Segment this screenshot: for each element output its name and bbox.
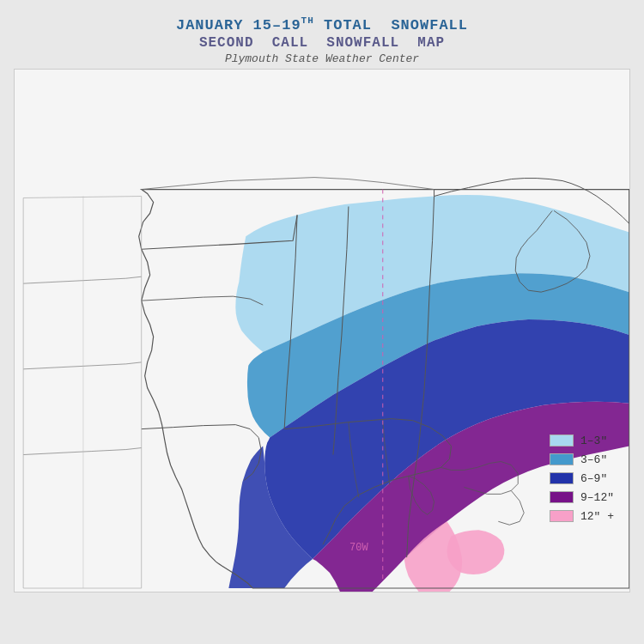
legend-swatch-3-6 — [550, 453, 574, 465]
legend-swatch-9-12 — [550, 491, 574, 503]
page-container: JANUARY 15–19TH TOTAL SNOWFALL SECOND CA… — [0, 0, 644, 644]
legend-swatch-1-3 — [550, 434, 574, 447]
legend-label-12plus: 12″ + — [580, 510, 614, 523]
legend-swatch-6-9 — [550, 472, 574, 484]
meridian-label: 70W — [349, 542, 368, 554]
legend-swatch-12plus — [550, 510, 574, 522]
superscript: TH — [301, 15, 314, 26]
title-line1: JANUARY 15–19TH TOTAL SNOWFALL — [176, 15, 468, 33]
legend-label-3-6: 3–6″ — [580, 453, 607, 466]
legend-item-6-9: 6–9″ — [550, 472, 614, 485]
title-line2: SECOND CALL SNOWFALL MAP — [176, 35, 468, 51]
map-svg — [15, 70, 629, 592]
legend-label-1-3: 1–3″ — [580, 434, 607, 447]
legend-item-9-12: 9–12″ — [550, 491, 614, 504]
legend-item-3-6: 3–6″ — [550, 453, 614, 466]
title-line3: Plymouth State Weather Center — [176, 52, 468, 65]
title-block: JANUARY 15–19TH TOTAL SNOWFALL SECOND CA… — [176, 15, 468, 65]
legend-label-6-9: 6–9″ — [580, 472, 607, 485]
legend-item-12plus: 12″ + — [550, 510, 614, 523]
legend-item-1-3: 1–3″ — [550, 434, 614, 447]
legend-label-9-12: 9–12″ — [580, 491, 614, 504]
map-container: 1–3″ 3–6″ 6–9″ 9–12″ 12″ + 70W — [14, 69, 630, 592]
legend: 1–3″ 3–6″ 6–9″ 9–12″ 12″ + — [550, 434, 614, 523]
